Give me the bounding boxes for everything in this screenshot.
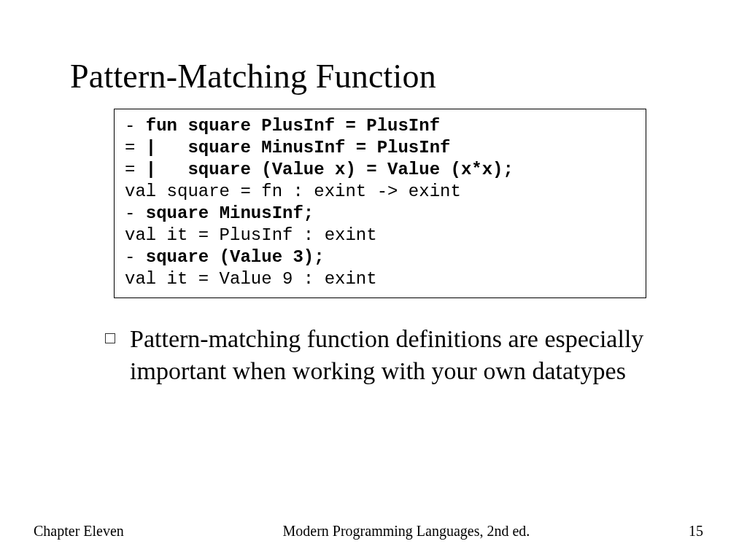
- code-line: val it = Value 9 : exint: [125, 269, 377, 289]
- bullet-item: Pattern-matching function definitions ar…: [105, 323, 677, 387]
- bullet-icon: [105, 333, 115, 343]
- footer-left: Chapter Eleven: [34, 523, 153, 540]
- code-line: = | square MinusInf = PlusInf: [125, 138, 450, 158]
- code-line: - square MinusInf;: [125, 203, 314, 223]
- footer-right: 15: [659, 523, 703, 540]
- footer-center: Modern Programming Languages, 2nd ed.: [153, 523, 659, 540]
- bullet-text: Pattern-matching function definitions ar…: [130, 323, 677, 387]
- code-line: - square (Value 3);: [125, 247, 325, 267]
- code-line: val it = PlusInf : exint: [125, 225, 377, 245]
- slide: Pattern-Matching Function - fun square P…: [0, 0, 747, 560]
- code-line: val square = fn : exint -> exint: [125, 182, 461, 201]
- slide-title: Pattern-Matching Function: [70, 57, 677, 96]
- code-box: - fun square PlusInf = PlusInf = | squar…: [114, 109, 646, 298]
- bullet-list: Pattern-matching function definitions ar…: [105, 323, 677, 387]
- code-line: = | square (Value x) = Value (x*x);: [125, 160, 514, 179]
- footer: Chapter Eleven Modern Programming Langua…: [0, 523, 747, 540]
- code-line: - fun square PlusInf = PlusInf: [125, 116, 440, 136]
